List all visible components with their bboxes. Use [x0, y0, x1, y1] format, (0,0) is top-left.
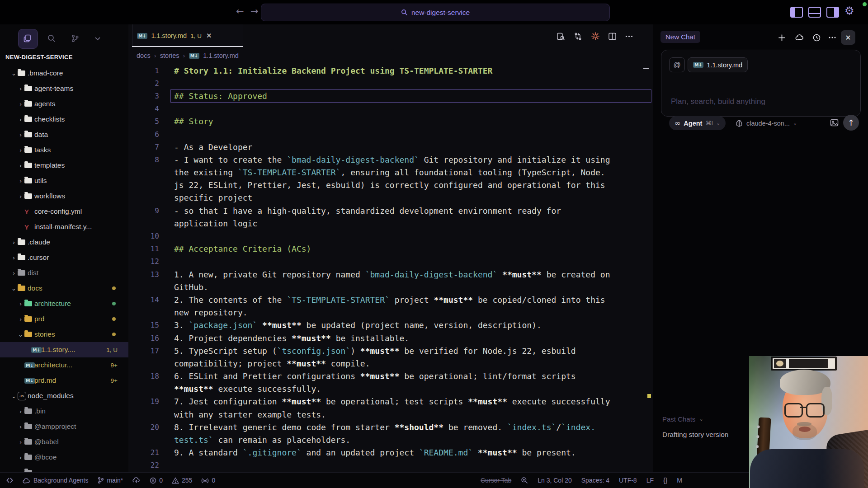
open-preview-icon[interactable] [555, 31, 566, 42]
past-chats-toggle[interactable]: Past Chats ⌄ [662, 415, 703, 423]
status-right-lf[interactable]: LF [646, 477, 654, 484]
tree-item-install-manifest.y...[interactable]: Yinstall-manifest.y... [0, 219, 128, 235]
tree-item-architectur...[interactable]: M↓architectur...9+ [0, 357, 128, 373]
tree-item-docs[interactable]: ⌄docs [0, 281, 128, 296]
tree-item-core-config.yml[interactable]: Ycore-config.yml [0, 204, 128, 219]
chat-more-icon[interactable] [827, 32, 838, 43]
status-right-utf-8[interactable]: UTF-8 [619, 477, 637, 484]
tree-item-dist[interactable]: ›dist [0, 265, 128, 281]
tree-item-1.1.story....[interactable]: M↓1.1.story....1, U [0, 342, 128, 357]
status-right-ln-3-col-20[interactable]: Ln 3, Col 20 [538, 477, 572, 484]
tab-close-icon[interactable]: ✕ [206, 32, 212, 40]
tree-item-prd[interactable]: ›prd [0, 311, 128, 327]
folder-icon [18, 270, 28, 276]
search-view-icon[interactable] [46, 33, 57, 44]
tree-item-prd.md[interactable]: M↓prd.md9+ [0, 373, 128, 388]
status-left-background-agents[interactable]: Background Agents [22, 477, 88, 484]
tree-item-architecture[interactable]: ›architecture [0, 296, 128, 311]
source-control-icon[interactable] [69, 33, 81, 44]
chevron-down-icon: ⌄ [716, 120, 720, 126]
chat-close-icon[interactable]: ✕ [841, 30, 855, 45]
code-editor[interactable]: 1# Story 1.1: Initialize Backend Project… [128, 64, 653, 473]
breadcrumb-item-stories[interactable]: stories [160, 52, 179, 59]
history-back-icon[interactable]: ← [236, 6, 244, 17]
cursor-ai-spark-icon[interactable] [590, 31, 601, 42]
tree-item-@babel[interactable]: ›@babel [0, 434, 128, 450]
settings-gear-icon[interactable]: ⚙ [844, 5, 854, 17]
status-right-m[interactable]: M [677, 477, 682, 484]
tree-item-checklists[interactable]: ›checklists [0, 112, 128, 127]
code-line-14: 142. The contents of the `TS-TEMPLATE-ST… [128, 293, 653, 306]
line-content: ## Status: Approved [174, 89, 653, 102]
history-forward-icon[interactable]: → [250, 6, 259, 17]
code-line-4: 4 [128, 103, 653, 115]
context-file-chip[interactable]: M↓ 1.1.story.md [688, 57, 748, 72]
chat-input-box[interactable]: @ M↓ 1.1.story.md Plan, search, build an… [661, 50, 861, 117]
folder-icon [18, 239, 28, 245]
views-chevron-down-icon[interactable] [92, 33, 104, 44]
more-actions-icon[interactable] [623, 31, 634, 42]
model-selector[interactable]: claude-4-son... ⌄ [735, 116, 797, 130]
tab-1-1-story-md[interactable]: M↓ 1.1.story.md 1, U ✕ [132, 24, 243, 47]
tree-item-.cursor[interactable]: ›.cursor [0, 250, 128, 265]
code-line-6: 6 [128, 128, 653, 141]
tree-item-label: dist [28, 269, 38, 277]
line-content: js 22, ESLint, Prettier, Jest, esbuild) … [174, 179, 653, 192]
tree-item-node-modules[interactable]: ⌄JSnode_modules [0, 388, 128, 404]
cloud-agents-icon[interactable] [794, 32, 805, 43]
mode-selector[interactable]: ∞ Agent ⌘I ⌄ [669, 116, 726, 130]
status-right-cursor-tab[interactable]: Cursor Tab [481, 477, 511, 484]
tree-item-agent-teams[interactable]: ›agent-teams [0, 81, 128, 96]
chat-history-icon[interactable] [811, 32, 822, 43]
tree-item-.claude[interactable]: ›.claude [0, 235, 128, 250]
toggle-left-panel-icon[interactable] [790, 7, 803, 18]
tree-item-data[interactable]: ›data [0, 127, 128, 142]
send-button[interactable]: ↑ [843, 115, 859, 131]
line-number: 14 [128, 296, 174, 304]
tree-item-label: @ampproject [34, 422, 76, 431]
code-line-3: 3## Status: Approved [128, 89, 653, 102]
tree-item-@bcoe[interactable]: ›@bcoe [0, 450, 128, 465]
tree-item-workflows[interactable]: ›workflows [0, 188, 128, 204]
tree-item-@ampproject[interactable]: ›@ampproject [0, 419, 128, 434]
tree-item-stories[interactable]: ⌄stories [0, 327, 128, 342]
line-number: 17 [128, 347, 174, 355]
tree-item-agents[interactable]: ›agents [0, 96, 128, 112]
tree-item-.bmad-core[interactable]: ⌄.bmad-core [0, 66, 128, 81]
breadcrumb-item-docs[interactable]: docs [137, 52, 151, 59]
toggle-right-panel-icon[interactable] [826, 7, 839, 18]
status-right--[interactable]: {} [663, 477, 667, 484]
tree-item-tasks[interactable]: ›tasks [0, 142, 128, 158]
status-right-spaces-4[interactable]: Spaces: 4 [581, 477, 609, 484]
split-editor-icon[interactable] [607, 31, 618, 42]
status-left-sync-cloud[interactable] [132, 477, 141, 484]
git-status-badge: 1, U [106, 347, 118, 353]
code-line-8: 8- I want to create the `bmad-daily-dige… [128, 153, 653, 166]
toggle-bottom-panel-icon[interactable] [808, 7, 821, 18]
explorer-files-icon[interactable] [22, 33, 33, 44]
line-number: 2 [128, 79, 174, 88]
add-context-at-button[interactable]: @ [669, 57, 685, 72]
status-left-0[interactable]: 0 [201, 477, 215, 484]
code-line-22: 22 [128, 459, 653, 472]
status-right-zoom-magnifier[interactable] [521, 477, 528, 484]
tree-item-templates[interactable]: ›templates [0, 158, 128, 173]
status-left-main-[interactable]: main* [97, 477, 123, 484]
folder-icon [24, 147, 34, 153]
code-line-wrap: js 22, ESLint, Prettier, Jest, esbuild) … [128, 179, 653, 192]
attach-image-icon[interactable] [830, 118, 839, 129]
tree-item-.bin[interactable]: ›.bin [0, 404, 128, 419]
tree-item-label: prd [34, 315, 44, 323]
past-chat-item[interactable]: Drafting story version [662, 431, 728, 439]
status-label: 0 [212, 477, 215, 484]
tree-item-cut-off[interactable]: › [0, 465, 128, 473]
new-chat-plus-icon[interactable] [776, 32, 787, 43]
status-left-0[interactable]: 0 [150, 477, 163, 484]
breadcrumb-item-file[interactable]: 1.1.story.md [203, 52, 239, 59]
project-search-box[interactable]: new-digest-service [261, 4, 610, 21]
open-changes-icon[interactable] [572, 31, 583, 42]
tree-item-utils[interactable]: ›utils [0, 173, 128, 188]
chevron-right-icon: › [10, 239, 18, 246]
status-left-remote[interactable] [6, 477, 13, 483]
status-left-255[interactable]: 255 [172, 477, 192, 484]
